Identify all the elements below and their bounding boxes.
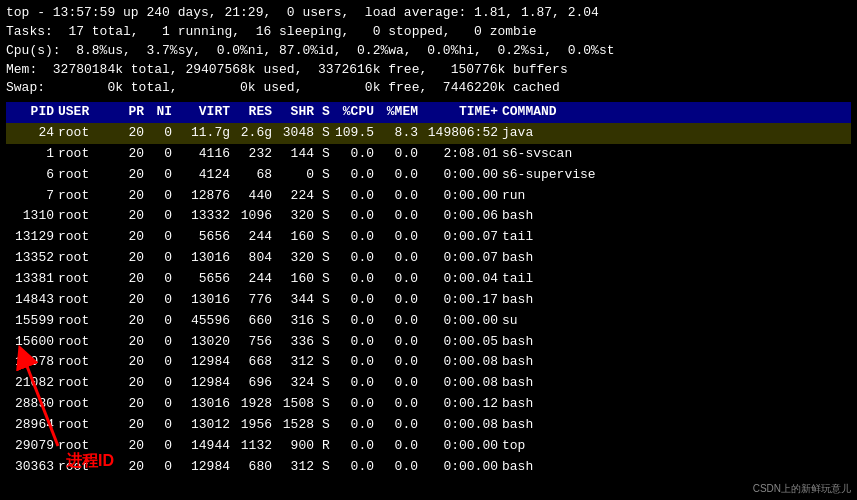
cell-pid: 7	[6, 187, 58, 206]
cell-res: 756	[234, 333, 276, 352]
table-row: 13352 root 20 0 13016 804 320 S 0.0 0.0 …	[6, 248, 851, 269]
cell-time: 0:00.12	[422, 395, 502, 414]
cell-res: 244	[234, 270, 276, 289]
cell-ni: 0	[148, 374, 176, 393]
cell-time: 0:00.08	[422, 374, 502, 393]
cell-virt: 14944	[176, 437, 234, 456]
cell-cpu: 0.0	[334, 166, 378, 185]
cell-time: 0:00.07	[422, 249, 502, 268]
col-header-pid: PID	[6, 103, 58, 122]
col-header-time: TIME+	[422, 103, 502, 122]
cell-mem: 8.3	[378, 124, 422, 143]
cell-res: 1928	[234, 395, 276, 414]
cell-time: 149806:52	[422, 124, 502, 143]
cell-shr: 900	[276, 437, 318, 456]
cell-user: root	[58, 228, 120, 247]
cell-pid: 6	[6, 166, 58, 185]
col-header-cpu: %CPU	[334, 103, 378, 122]
cell-time: 2:08.01	[422, 145, 502, 164]
cell-mem: 0.0	[378, 207, 422, 226]
cell-shr: 324	[276, 374, 318, 393]
cell-user: root	[58, 312, 120, 331]
annotation-arrow	[8, 336, 148, 456]
cell-shr: 320	[276, 249, 318, 268]
cell-mem: 0.0	[378, 145, 422, 164]
cell-ni: 0	[148, 312, 176, 331]
cell-res: 1096	[234, 207, 276, 226]
cell-cmd: bash	[502, 374, 851, 393]
cell-virt: 5656	[176, 228, 234, 247]
cell-pr: 20	[120, 312, 148, 331]
cell-shr: 3048	[276, 124, 318, 143]
table-row: 1 root 20 0 4116 232 144 S 0.0 0.0 2:08.…	[6, 144, 851, 165]
cell-user: root	[58, 291, 120, 310]
table-row: 13129 root 20 0 5656 244 160 S 0.0 0.0 0…	[6, 227, 851, 248]
cell-shr: 1508	[276, 395, 318, 414]
cell-res: 696	[234, 374, 276, 393]
annotation-label: 进程ID	[66, 451, 114, 472]
cell-pid: 24	[6, 124, 58, 143]
cell-ni: 0	[148, 207, 176, 226]
cell-cmd: bash	[502, 291, 851, 310]
cell-virt: 12876	[176, 187, 234, 206]
cell-cmd: bash	[502, 458, 851, 477]
header-line-5: Swap: 0k total, 0k used, 0k free, 744622…	[6, 79, 851, 98]
cell-pr: 20	[120, 207, 148, 226]
cell-ni: 0	[148, 333, 176, 352]
cell-cpu: 0.0	[334, 228, 378, 247]
cell-cpu: 0.0	[334, 437, 378, 456]
cell-pid: 13129	[6, 228, 58, 247]
cell-cmd: tail	[502, 270, 851, 289]
cell-cmd: top	[502, 437, 851, 456]
cell-s: S	[318, 270, 334, 289]
cell-cmd: bash	[502, 353, 851, 372]
cell-ni: 0	[148, 270, 176, 289]
svg-line-1	[23, 356, 58, 446]
cell-ni: 0	[148, 353, 176, 372]
cell-virt: 11.7g	[176, 124, 234, 143]
header-line-2: Tasks: 17 total, 1 running, 16 sleeping,…	[6, 23, 851, 42]
table-row: 7 root 20 0 12876 440 224 S 0.0 0.0 0:00…	[6, 186, 851, 207]
cell-shr: 224	[276, 187, 318, 206]
cell-user: root	[58, 270, 120, 289]
cell-res: 668	[234, 353, 276, 372]
cell-s: S	[318, 124, 334, 143]
cell-cmd: s6-supervise	[502, 166, 851, 185]
cell-s: S	[318, 312, 334, 331]
cell-mem: 0.0	[378, 333, 422, 352]
cell-ni: 0	[148, 437, 176, 456]
cell-cpu: 0.0	[334, 353, 378, 372]
cell-cmd: bash	[502, 207, 851, 226]
cell-s: S	[318, 207, 334, 226]
cell-pr: 20	[120, 166, 148, 185]
cell-ni: 0	[148, 249, 176, 268]
table-row: 14843 root 20 0 13016 776 344 S 0.0 0.0 …	[6, 290, 851, 311]
cell-shr: 320	[276, 207, 318, 226]
cell-virt: 13016	[176, 395, 234, 414]
col-header-res: RES	[234, 103, 276, 122]
cell-cmd: run	[502, 187, 851, 206]
cell-s: S	[318, 353, 334, 372]
cell-pr: 20	[120, 249, 148, 268]
cell-virt: 13016	[176, 249, 234, 268]
cell-user: root	[58, 166, 120, 185]
cell-time: 0:00.00	[422, 187, 502, 206]
cell-cmd: bash	[502, 395, 851, 414]
cell-user: root	[58, 187, 120, 206]
table-row: 30363 root 20 0 12984 680 312 S 0.0 0.0 …	[6, 457, 851, 478]
cell-time: 0:00.06	[422, 207, 502, 226]
cell-shr: 344	[276, 291, 318, 310]
cell-ni: 0	[148, 458, 176, 477]
cell-cmd: bash	[502, 249, 851, 268]
cell-time: 0:00.05	[422, 333, 502, 352]
cell-mem: 0.0	[378, 228, 422, 247]
cell-pr: 20	[120, 124, 148, 143]
cell-s: R	[318, 437, 334, 456]
cell-shr: 316	[276, 312, 318, 331]
cell-virt: 13332	[176, 207, 234, 226]
cell-s: S	[318, 333, 334, 352]
cell-pid: 1	[6, 145, 58, 164]
cell-res: 660	[234, 312, 276, 331]
cell-res: 2.6g	[234, 124, 276, 143]
cell-virt: 12984	[176, 353, 234, 372]
